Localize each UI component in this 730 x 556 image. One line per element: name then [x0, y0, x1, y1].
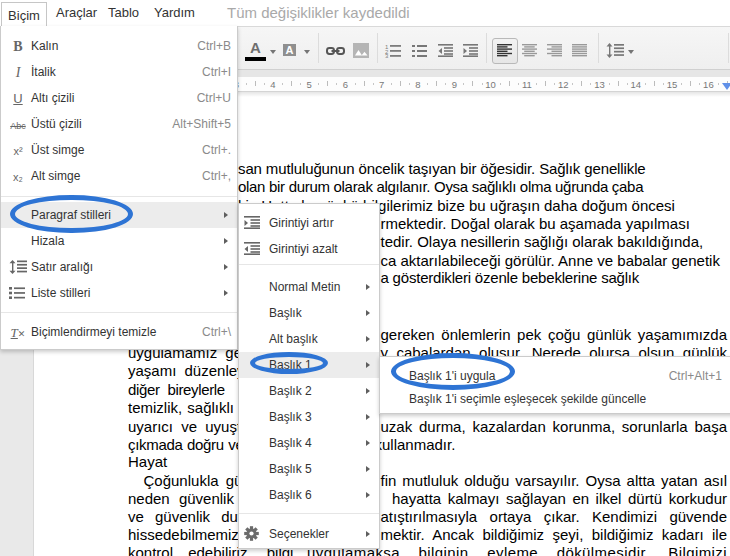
svg-text:3: 3 [385, 53, 389, 58]
